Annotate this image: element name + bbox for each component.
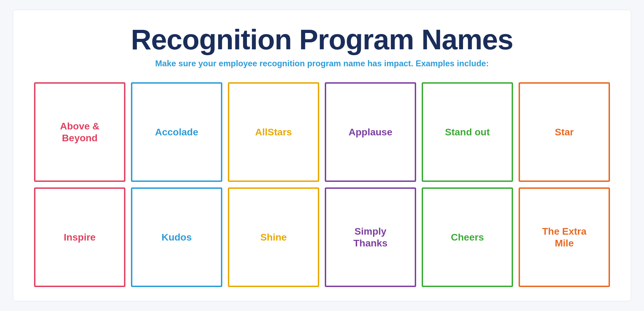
page-container: Recognition Program Names Make sure your… [13, 10, 631, 301]
card-allstars: AllStars [228, 82, 319, 182]
card-label-kudos: Kudos [162, 232, 192, 243]
card-label-cheers: Cheers [451, 232, 484, 243]
cards-grid: Above &BeyondAccoladeAllStarsApplauseSta… [34, 82, 610, 287]
card-label-shine: Shine [260, 232, 287, 243]
card-shine: Shine [228, 187, 319, 287]
card-label-above-beyond: Above &Beyond [60, 120, 100, 144]
card-label-star: Star [555, 126, 573, 138]
card-label-extra-mile: The ExtraMile [542, 226, 587, 249]
card-simply-thanks: SimplyThanks [325, 187, 416, 287]
card-inspire: Inspire [34, 187, 125, 287]
card-label-inspire: Inspire [64, 232, 96, 243]
page-subtitle: Make sure your employee recognition prog… [155, 59, 489, 68]
page-title: Recognition Program Names [131, 24, 513, 55]
card-kudos: Kudos [131, 187, 222, 287]
card-star: Star [519, 82, 610, 182]
card-label-accolade: Accolade [155, 126, 198, 138]
card-above-beyond: Above &Beyond [34, 82, 125, 182]
card-extra-mile: The ExtraMile [519, 187, 610, 287]
card-label-applause: Applause [348, 126, 392, 138]
card-applause: Applause [325, 82, 416, 182]
card-cheers: Cheers [422, 187, 513, 287]
card-accolade: Accolade [131, 82, 222, 182]
card-label-stand-out: Stand out [445, 126, 490, 138]
card-stand-out: Stand out [422, 82, 513, 182]
card-label-simply-thanks: SimplyThanks [353, 226, 387, 249]
card-label-allstars: AllStars [255, 126, 292, 138]
